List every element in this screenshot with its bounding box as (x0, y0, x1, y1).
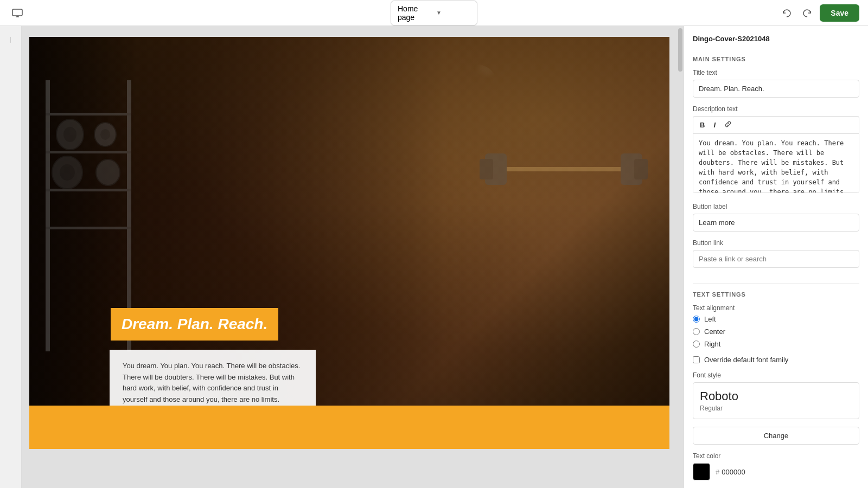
hero-section[interactable]: Dream. Plan. Reach. You dream. You plan.… (29, 37, 669, 449)
button-label-label: Button label (693, 203, 859, 210)
topbar-right: Save (751, 4, 859, 22)
svg-rect-8 (480, 159, 493, 179)
undo-button[interactable] (778, 5, 795, 21)
svg-rect-10 (46, 80, 50, 351)
text-settings-heading: TEXT SETTINGS (693, 291, 859, 298)
hero-title: Dream. Plan. Reach. (122, 316, 267, 333)
link-icon (724, 120, 732, 128)
canvas-area[interactable]: Dream. Plan. Reach. You dream. You plan.… (22, 26, 677, 488)
main-settings-heading: MAIN SETTINGS (693, 56, 859, 62)
hero-gold-bar (29, 406, 669, 449)
svg-rect-5 (496, 167, 631, 171)
canvas-wrapper: │ (0, 26, 684, 488)
text-alignment-group: Left Center Right (693, 315, 859, 348)
scrollbar-thumb[interactable] (678, 28, 682, 72)
italic-button[interactable]: I (710, 119, 719, 131)
left-gutter: │ (0, 26, 22, 488)
svg-point-17 (63, 127, 76, 142)
panel-block-title: Dingo-Cover-S2021048 (693, 35, 859, 43)
chevron-down-icon: ▼ (436, 10, 470, 16)
vertical-scrollbar[interactable] (677, 26, 684, 488)
link-button[interactable] (721, 119, 735, 131)
override-font-checkbox[interactable] (693, 356, 700, 363)
font-name: Roboto (700, 389, 852, 403)
button-link-label: Button link (693, 239, 859, 247)
font-style-label: Font style (693, 371, 859, 379)
rich-text-toolbar: B I (693, 116, 859, 133)
gutter-mark: │ (9, 37, 12, 42)
monitor-icon (12, 9, 23, 17)
svg-point-19 (100, 129, 110, 140)
align-right-option[interactable]: Right (693, 340, 859, 348)
align-left-radio[interactable] (693, 316, 700, 323)
override-font-option[interactable]: Override default font family (693, 356, 859, 364)
font-style-block: Roboto Regular (693, 382, 859, 419)
align-center-label: Center (704, 328, 725, 336)
align-right-radio[interactable] (693, 341, 700, 348)
monitor-icon-btn[interactable] (9, 5, 26, 21)
description-text-label: Description text (693, 105, 859, 113)
svg-rect-12 (46, 113, 131, 115)
divider-1 (693, 283, 859, 284)
text-color-hash: # 000000 (716, 468, 745, 476)
right-panel: Dingo-Cover-S2021048 MAIN SETTINGS Title… (684, 26, 868, 488)
page-selector-label: Home page (398, 4, 432, 22)
align-right-label: Right (704, 340, 720, 348)
redo-icon (802, 8, 812, 18)
align-left-label: Left (704, 315, 716, 323)
align-left-option[interactable]: Left (693, 315, 859, 323)
svg-point-22 (96, 159, 120, 185)
button-link-input[interactable] (693, 250, 859, 268)
text-color-row: # 000000 (693, 463, 859, 480)
hero-title-box[interactable]: Dream. Plan. Reach. (111, 308, 278, 341)
text-alignment-label: Text alignment (693, 304, 859, 312)
text-color-label: Text color (693, 452, 859, 460)
description-textarea[interactable]: You dream. You plan. You reach. There wi… (693, 133, 859, 193)
save-button[interactable]: Save (820, 4, 859, 22)
svg-rect-9 (634, 159, 648, 179)
topbar-center: Home page ▼ (391, 1, 477, 25)
title-text-label: Title text (693, 69, 859, 76)
svg-rect-14 (46, 189, 131, 191)
topbar: Home page ▼ Save (0, 0, 868, 26)
svg-rect-15 (46, 227, 131, 229)
hero-description: You dream. You plan. You reach. There wi… (123, 361, 303, 406)
svg-rect-13 (46, 151, 131, 153)
align-center-radio[interactable] (693, 328, 700, 335)
topbar-left (9, 5, 117, 21)
change-font-button[interactable]: Change (693, 427, 859, 445)
font-variant: Regular (700, 404, 852, 412)
undo-icon (782, 8, 792, 18)
svg-rect-0 (12, 9, 22, 16)
text-color-swatch[interactable] (693, 463, 710, 480)
page-selector[interactable]: Home page ▼ (391, 1, 477, 25)
title-text-input[interactable] (693, 80, 859, 98)
align-center-option[interactable]: Center (693, 328, 859, 336)
main-layout: │ (0, 26, 868, 488)
override-font-label: Override default font family (704, 356, 788, 364)
svg-point-21 (60, 164, 75, 181)
redo-button[interactable] (799, 5, 815, 21)
equipment-svg (469, 69, 659, 286)
button-label-input[interactable] (693, 214, 859, 232)
bold-button[interactable]: B (697, 119, 708, 131)
text-color-value: 000000 (722, 468, 745, 476)
